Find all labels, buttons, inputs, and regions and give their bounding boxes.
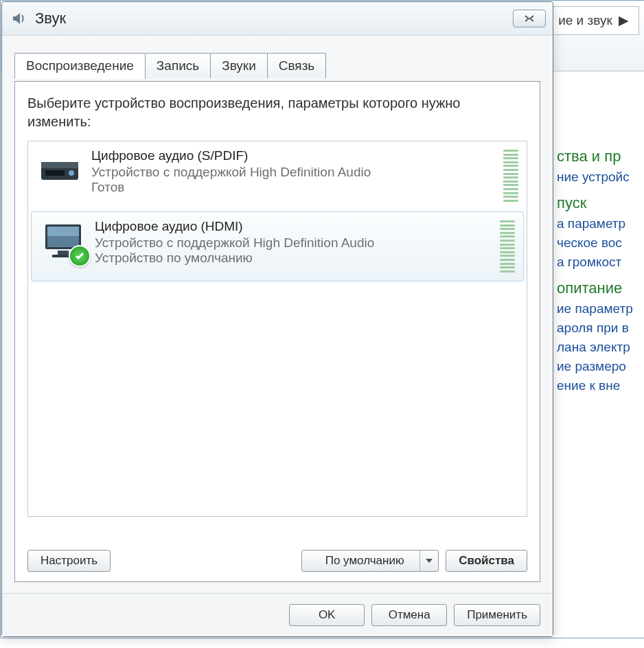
amplifier-icon (35, 148, 84, 194)
set-default-label: По умолчанию (325, 554, 404, 568)
svg-rect-6 (47, 227, 79, 236)
device-row[interactable]: Цифровое аудио (HDMI)Устройство с поддер… (31, 211, 524, 281)
chevron-right-icon: ▶ (619, 12, 629, 28)
apply-button[interactable]: Применить (454, 604, 540, 626)
svg-rect-7 (58, 251, 69, 255)
category-link[interactable]: ение к вне (557, 378, 644, 393)
device-desc: Устройство с поддержкой High Definition … (91, 165, 498, 180)
sound-dialog: Звук ВоспроизведениеЗаписьЗвукиСвязь Выб… (1, 1, 553, 637)
category-heading: пуск (557, 194, 644, 212)
level-meter (500, 219, 515, 274)
playback-pane: Выберите устройство воспроизведения, пар… (14, 81, 540, 582)
tab-1[interactable]: Запись (145, 53, 211, 78)
properties-button[interactable]: Свойства (446, 550, 527, 572)
device-text: Цифровое аудио (HDMI)Устройство с поддер… (88, 219, 494, 266)
category-link[interactable]: ароля при в (557, 321, 644, 336)
ok-button[interactable]: OK (289, 604, 365, 626)
pane-button-row: Настроить По умолчанию Свойства (27, 550, 527, 572)
device-desc: Устройство с поддержкой High Definition … (95, 235, 494, 251)
breadcrumb: ие и звук ▶ (558, 12, 629, 28)
device-list[interactable]: Цифровое аудио (S/PDIF)Устройство с подд… (27, 141, 527, 517)
breadcrumb-label: ие и звук (558, 13, 612, 27)
category-link[interactable]: а параметр (557, 216, 644, 231)
level-meter (503, 148, 518, 203)
default-check-icon (69, 245, 91, 267)
category-link[interactable]: ие размеро (557, 359, 644, 374)
category-heading: ства и пр (557, 148, 644, 165)
category-link[interactable]: ние устройс (557, 170, 644, 185)
svg-rect-1 (41, 162, 78, 168)
dialog-title: Звук (35, 10, 66, 27)
set-default-button[interactable]: По умолчанию (301, 550, 439, 572)
device-row[interactable]: Цифровое аудио (S/PDIF)Устройство с подд… (28, 141, 527, 210)
tab-strip: ВоспроизведениеЗаписьЗвукиСвязь (14, 52, 540, 81)
titlebar: Звук (2, 2, 553, 36)
category-heading: опитание (557, 279, 644, 297)
svg-rect-2 (45, 170, 65, 176)
category-link[interactable]: а громкост (557, 255, 644, 270)
device-text: Цифровое аудио (S/PDIF)Устройство с подд… (84, 148, 498, 195)
monitor-icon (38, 219, 88, 264)
close-icon (523, 14, 536, 23)
category-link[interactable]: лана электр (557, 340, 644, 355)
tab-0[interactable]: Воспроизведение (14, 53, 146, 79)
control-panel-sidebar: ства и прние устройспуска параметрческое… (557, 138, 644, 397)
category-link[interactable]: ческое вос (557, 235, 644, 251)
device-name: Цифровое аудио (HDMI) (95, 219, 494, 234)
close-button[interactable] (513, 10, 546, 27)
dialog-footer: OK Отмена Применить (2, 593, 553, 636)
cancel-button[interactable]: Отмена (371, 604, 447, 626)
chevron-down-icon[interactable] (419, 551, 438, 571)
device-name: Цифровое аудио (S/PDIF) (91, 148, 498, 163)
svg-point-3 (69, 170, 74, 176)
tab-2[interactable]: Звуки (210, 53, 268, 78)
device-status: Готов (91, 180, 498, 195)
device-status: Устройство по умолчанию (95, 251, 494, 266)
tab-3[interactable]: Связь (267, 53, 327, 78)
configure-button[interactable]: Настроить (27, 550, 111, 572)
category-link[interactable]: ие параметр (557, 301, 644, 316)
instruction-text: Выберите устройство воспроизведения, пар… (27, 94, 527, 131)
sound-icon (9, 9, 28, 28)
